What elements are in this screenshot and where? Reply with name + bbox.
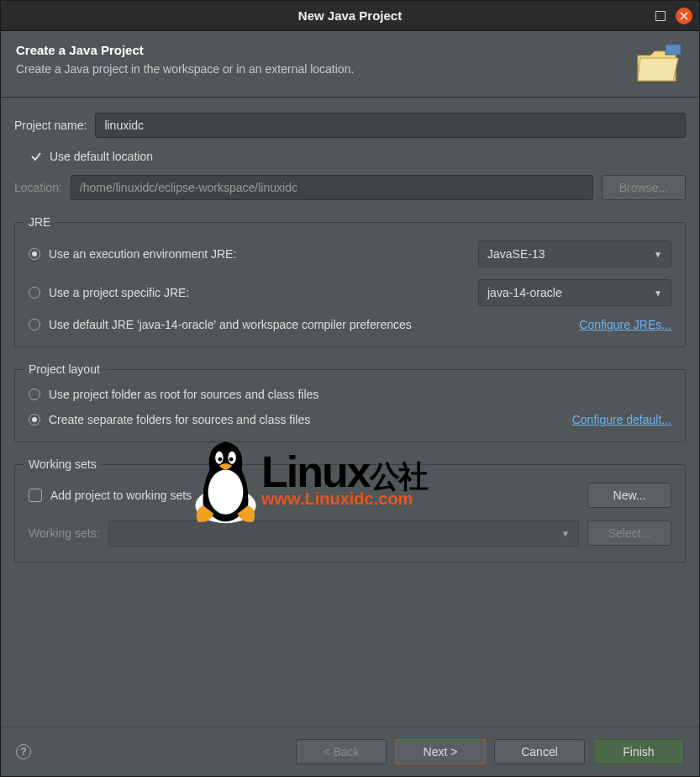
working-sets-legend: Working sets [24,457,102,471]
configure-jres-link[interactable]: Configure JREs... [579,318,671,331]
cancel-button[interactable]: Cancel [494,739,585,764]
finish-button[interactable]: Finish [593,739,684,764]
close-icon[interactable] [676,8,692,24]
new-working-set-button[interactable]: New... [587,483,671,508]
project-jre-select[interactable]: java-14-oracle ▼ [478,279,671,306]
location-label: Location: [14,181,62,194]
browse-button: Browse... [602,175,686,200]
chevron-down-icon: ▼ [654,250,662,259]
svg-rect-0 [666,45,681,55]
jre-legend: JRE [24,215,55,229]
titlebar: New Java Project [1,1,699,31]
wizard-footer: ? < Back Next > Cancel Finish [1,727,699,776]
select-working-set-button: Select... [587,521,671,546]
radio-separate-folders[interactable] [29,414,40,426]
folder-icon [634,43,684,85]
project-layout-legend: Project layout [24,362,105,376]
page-subtitle: Create a Java project in the workspace o… [16,62,634,76]
chevron-down-icon: ▼ [654,288,662,298]
use-default-location-label: Use default location [50,150,153,163]
location-row: Location: Browse... [14,175,686,200]
working-sets-label: Working sets: [29,526,100,540]
add-to-working-sets-label: Add project to working sets [50,489,192,502]
location-input [71,175,593,200]
back-button: < Back [296,739,387,764]
radio-root-folder[interactable] [29,388,40,400]
radio-exec-env[interactable] [29,248,40,260]
working-sets-group: Working sets Add project to working sets… [14,457,686,563]
configure-default-link[interactable]: Configure default... [572,413,671,426]
separate-folders-label: Create separate folders for sources and … [49,413,310,426]
maximize-icon[interactable] [655,11,666,21]
project-name-input[interactable] [95,113,686,138]
project-name-row: Project name: [14,113,686,138]
default-jre-label: Use default JRE 'java-14-oracle' and wor… [49,318,412,331]
root-folder-label: Use project folder as root for sources a… [49,388,318,401]
window-title: New Java Project [298,8,402,23]
working-sets-select: ▼ [108,520,579,547]
project-name-label: Project name: [14,119,87,132]
wizard-header: Create a Java Project Create a Java proj… [1,31,699,98]
checkmark-icon [29,150,43,163]
project-layout-group: Project layout Use project folder as roo… [14,362,686,442]
exec-env-select[interactable]: JavaSE-13 ▼ [478,240,671,267]
titlebar-controls [655,8,692,24]
help-icon[interactable]: ? [16,744,31,759]
chevron-down-icon: ▼ [561,529,570,538]
radio-default-jre[interactable] [29,319,40,330]
add-to-working-sets-checkbox[interactable] [29,489,42,502]
next-button[interactable]: Next > [395,739,486,764]
radio-project-jre[interactable] [29,287,40,299]
content-area: Project name: Use default location Locat… [1,98,699,727]
project-jre-label: Use a project specific JRE: [49,286,189,299]
page-title: Create a Java Project [16,43,634,57]
exec-env-label: Use an execution environment JRE: [49,247,236,261]
jre-group: JRE Use an execution environment JRE: Ja… [14,215,686,347]
dialog-window: New Java Project Create a Java Project C… [0,0,700,777]
use-default-location-row[interactable]: Use default location [29,150,686,163]
